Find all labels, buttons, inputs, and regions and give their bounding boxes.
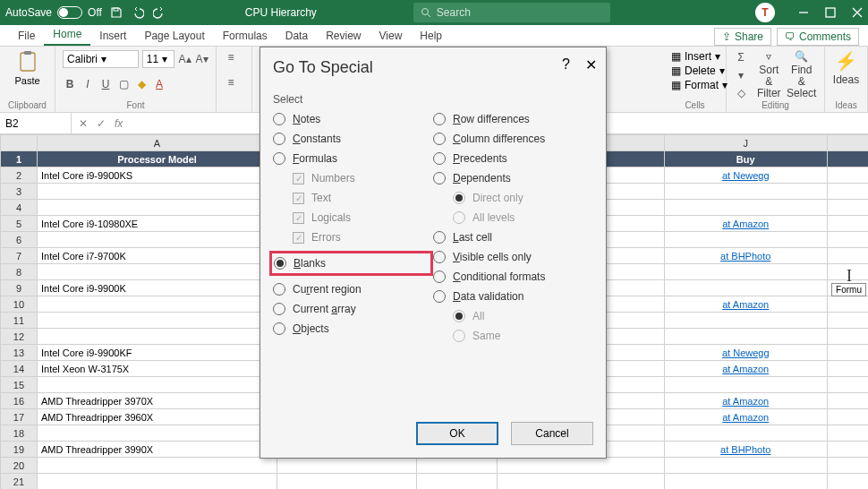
cell[interactable] (37, 200, 277, 216)
delete-cells-button[interactable]: ▦Delete▾ (671, 64, 719, 77)
cell[interactable] (827, 425, 868, 442)
tab-review[interactable]: Review (317, 26, 370, 46)
bold-button[interactable]: B (63, 77, 77, 91)
cell[interactable] (827, 184, 868, 200)
option-last-cell[interactable]: Last cell (433, 231, 593, 244)
row-header[interactable]: 19 (1, 442, 38, 458)
cell[interactable] (498, 474, 664, 490)
cell[interactable] (827, 296, 868, 313)
fill-icon[interactable]: ▾ (734, 68, 748, 82)
cell[interactable]: 64/128 (827, 442, 868, 458)
option-notes[interactable]: Notes (273, 113, 433, 125)
row-header[interactable]: 8 (1, 264, 38, 280)
cell[interactable] (827, 329, 868, 345)
cell[interactable]: 8/16 (827, 345, 868, 361)
cell[interactable] (37, 296, 277, 313)
save-icon[interactable] (109, 5, 123, 20)
option-visible-cells-only[interactable]: Visible cells only (433, 251, 593, 263)
cell[interactable] (37, 264, 277, 280)
fx-icon[interactable]: fx (115, 117, 123, 130)
cell[interactable]: 32/64 (827, 393, 868, 409)
row-header[interactable]: 1 (1, 151, 38, 167)
option-current-region[interactable]: Current region (273, 283, 433, 296)
col-header[interactable]: J (664, 135, 827, 151)
font-color-button[interactable]: A (152, 77, 166, 91)
share-button[interactable]: ⇪Share (714, 28, 771, 46)
close-icon[interactable] (852, 7, 863, 18)
cell-link[interactable] (664, 280, 827, 296)
cell[interactable] (37, 377, 277, 393)
cell[interactable] (37, 313, 277, 329)
option-blanks[interactable]: Blanks (274, 257, 396, 270)
cell[interactable]: 18/36 (827, 216, 868, 232)
fill-color-button[interactable]: ◆ (134, 77, 149, 91)
cell-link[interactable]: at Amazon (664, 361, 827, 377)
ok-button[interactable]: OK (416, 422, 498, 445)
row-header[interactable]: 13 (1, 345, 38, 361)
font-size-select[interactable]: 11▾ (142, 50, 174, 68)
cell-link[interactable]: at Amazon (664, 216, 827, 232)
cell[interactable] (277, 458, 417, 474)
cell-link[interactable]: at Newegg (664, 167, 827, 184)
align-icon2[interactable]: ≡ (224, 75, 238, 90)
option-objects[interactable]: Objects (273, 322, 433, 335)
option-precedents[interactable]: Precedents (433, 152, 593, 165)
cell[interactable] (827, 232, 868, 248)
cell[interactable]: Intel Core i9-9900KS (37, 167, 277, 184)
redo-icon[interactable] (152, 5, 166, 20)
cell-link[interactable] (664, 184, 827, 200)
row-header[interactable]: 9 (1, 280, 38, 296)
option-formulas[interactable]: Formulas (273, 152, 433, 165)
cell[interactable]: Intel Core i9-10980XE (37, 216, 277, 232)
cell[interactable]: AMD Threadripper 3990X (37, 442, 277, 458)
option-constants[interactable]: Constants (273, 133, 433, 145)
row-header[interactable]: 17 (1, 409, 38, 425)
cell[interactable] (37, 232, 277, 248)
paste-button[interactable]: Paste (7, 50, 47, 86)
cell[interactable] (37, 474, 277, 490)
cell[interactable] (37, 458, 277, 474)
cell[interactable]: 24/48 (827, 409, 868, 425)
autosum-icon[interactable]: Σ (734, 50, 748, 64)
option-row-differences[interactable]: Row differences (433, 113, 593, 125)
cell-link[interactable] (664, 425, 827, 442)
tab-file[interactable]: File (9, 26, 44, 46)
option-current-array[interactable]: Current array (273, 303, 433, 315)
row-header[interactable]: 2 (1, 167, 38, 184)
row-header[interactable]: 4 (1, 200, 38, 216)
cell-link[interactable] (664, 200, 827, 216)
cell[interactable] (277, 474, 417, 490)
cell[interactable]: Intel Core i9-9900KF (37, 345, 277, 361)
cell[interactable] (37, 184, 277, 200)
clear-icon[interactable]: ◇ (734, 86, 748, 100)
cell[interactable]: AMD Threadripper 3960X (37, 409, 277, 425)
close-icon[interactable]: ✕ (585, 56, 597, 73)
cell-link[interactable] (664, 474, 827, 490)
row-header[interactable]: 6 (1, 232, 38, 248)
cell-link[interactable]: at Amazon (664, 393, 827, 409)
option-numbers[interactable]: ✓Numbers (293, 172, 433, 184)
cell-link[interactable] (664, 264, 827, 280)
cell-link[interactable] (664, 329, 827, 345)
corner-cell[interactable] (1, 135, 38, 151)
cell-link[interactable]: at Newegg (664, 345, 827, 361)
tab-data[interactable]: Data (277, 26, 317, 46)
accept-formula-icon[interactable]: ✓ (97, 117, 106, 130)
maximize-icon[interactable] (825, 7, 836, 18)
row-header[interactable]: 14 (1, 361, 38, 377)
underline-button[interactable]: U (98, 77, 113, 91)
option-conditional-formats[interactable]: Conditional formats (433, 270, 593, 283)
insert-cells-button[interactable]: ▦Insert▾ (671, 50, 719, 63)
increase-font-icon[interactable]: A▴ (178, 52, 191, 66)
cell[interactable]: Intel Xeon W-3175X (37, 361, 277, 377)
find-select-button[interactable]: 🔍 Find & Select (787, 50, 817, 100)
cell-link[interactable] (664, 232, 827, 248)
cell[interactable] (827, 377, 868, 393)
comments-button[interactable]: 🗨Comments (777, 28, 859, 46)
cell-link[interactable] (664, 458, 827, 474)
row-header[interactable]: 5 (1, 216, 38, 232)
row-header[interactable]: 12 (1, 329, 38, 345)
option-dependents[interactable]: Dependents (433, 172, 593, 184)
name-box[interactable]: B2 (0, 113, 72, 133)
option-errors[interactable]: ✓Errors (293, 231, 433, 244)
